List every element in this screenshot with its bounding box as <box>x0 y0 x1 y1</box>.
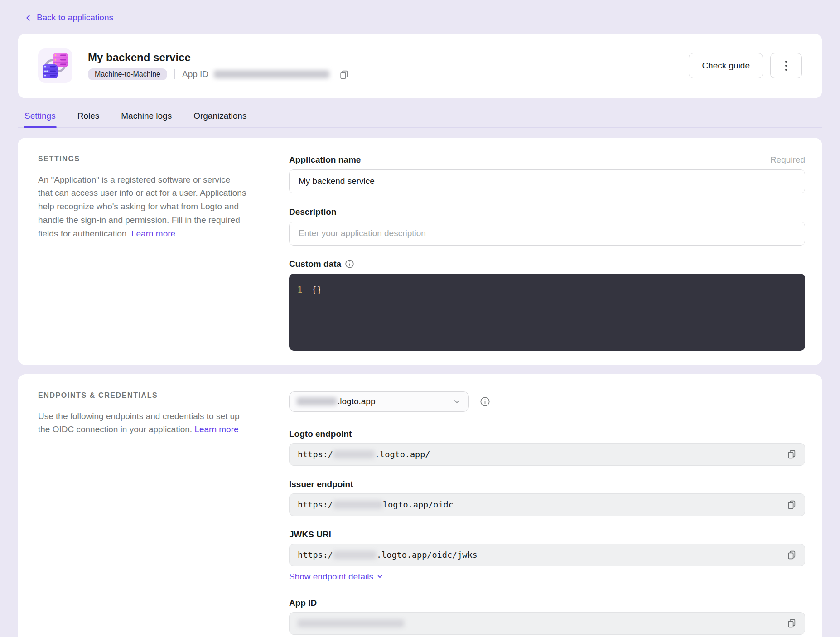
jwks-uri-suffix: .logto.app/oidc/jwks <box>377 550 478 560</box>
issuer-endpoint-suffix: logto.app/oidc <box>383 500 454 509</box>
custom-data-label: Custom data <box>289 259 354 269</box>
domain-redacted-prefix <box>297 397 337 405</box>
issuer-endpoint-redacted <box>333 501 383 509</box>
app-id-redacted-value <box>214 70 329 78</box>
chevron-down-icon <box>377 573 383 580</box>
application-summary: My backend service Machine-to-Machine Ap… <box>88 51 689 80</box>
settings-form: Application name Required Description Cu… <box>289 155 805 351</box>
jwks-uri-label: JWKS URI <box>289 530 331 540</box>
domain-info-icon[interactable] <box>480 396 490 407</box>
settings-section-heading: SETTINGS <box>38 155 246 163</box>
application-details-page: Back to applications <box>0 0 840 637</box>
app-id-block: App ID <box>289 598 805 635</box>
tab-settings[interactable]: Settings <box>24 111 56 121</box>
endpoints-section-heading: ENDPOINTS & CREDENTIALS <box>38 391 246 400</box>
application-tabs: Settings Roles Machine logs Organization… <box>18 111 822 128</box>
app-id-label: App ID <box>182 69 208 79</box>
copy-app-id-field-button[interactable] <box>782 618 797 628</box>
copy-issuer-endpoint-button[interactable] <box>782 500 797 509</box>
logto-endpoint-redacted <box>333 450 375 458</box>
custom-data-code-editor[interactable]: 1 {} <box>289 274 805 351</box>
info-icon[interactable] <box>345 259 354 269</box>
custom-data-field-block: Custom data 1 {} <box>289 259 805 351</box>
description-field-block: Description <box>289 207 805 246</box>
jwks-uri-value-field: https:/ .logto.app/oidc/jwks <box>289 544 805 566</box>
copy-logto-endpoint-button[interactable] <box>782 449 797 459</box>
editor-line-number: 1 <box>297 285 302 294</box>
application-name-input[interactable] <box>289 169 805 193</box>
back-to-applications-link[interactable]: Back to applications <box>24 13 113 23</box>
domain-select[interactable]: .logto.app <box>289 391 469 412</box>
jwks-uri-prefix: https:/ <box>298 550 333 560</box>
tab-roles[interactable]: Roles <box>77 111 100 121</box>
endpoints-section-description: Use the following endpoints and credenti… <box>38 410 246 437</box>
tab-machine-logs[interactable]: Machine logs <box>121 111 172 121</box>
application-meta-row: Machine-to-Machine App ID <box>88 68 689 80</box>
application-header-card: My backend service Machine-to-Machine Ap… <box>18 34 822 98</box>
chevron-left-icon <box>24 14 32 22</box>
jwks-uri-redacted <box>333 551 377 559</box>
more-actions-button[interactable] <box>770 53 802 78</box>
editor-code-content: {} <box>311 285 322 294</box>
domain-select-value: .logto.app <box>338 396 453 406</box>
meta-divider <box>174 69 175 79</box>
endpoints-section-intro: ENDPOINTS & CREDENTIALS Use the followin… <box>38 391 246 637</box>
back-link-label: Back to applications <box>37 13 113 23</box>
kebab-menu-icon <box>785 61 787 71</box>
app-id-value-field <box>289 612 805 635</box>
chevron-down-icon <box>453 397 461 406</box>
settings-section-description: An "Application" is a registered softwar… <box>38 173 246 241</box>
show-endpoint-details-link[interactable]: Show endpoint details <box>289 572 383 582</box>
machine-to-machine-app-icon <box>38 48 72 83</box>
page-title: My backend service <box>88 51 689 64</box>
settings-section-intro: SETTINGS An "Application" is a registere… <box>38 155 246 351</box>
jwks-uri-block: JWKS URI https:/ .logto.app/oidc/jwks <box>289 530 805 566</box>
settings-learn-more-link[interactable]: Learn more <box>131 229 175 238</box>
issuer-endpoint-value-field: https:/ logto.app/oidc <box>289 493 805 516</box>
app-id-field-label: App ID <box>289 598 317 608</box>
domain-select-row: .logto.app <box>289 391 805 412</box>
header-actions: Check guide <box>689 53 802 78</box>
tab-organizations[interactable]: Organizations <box>193 111 246 121</box>
application-name-field-block: Application name Required <box>289 155 805 193</box>
check-guide-button[interactable]: Check guide <box>689 53 763 78</box>
app-id-field-redacted <box>298 619 404 627</box>
application-name-label: Application name <box>289 155 361 165</box>
issuer-endpoint-label: Issuer endpoint <box>289 479 353 489</box>
logto-endpoint-value-field: https:/ .logto.app/ <box>289 443 805 466</box>
description-label: Description <box>289 207 337 217</box>
required-tag: Required <box>770 155 805 165</box>
issuer-endpoint-prefix: https:/ <box>298 500 333 509</box>
logto-endpoint-suffix: .logto.app/ <box>375 449 430 459</box>
description-input[interactable] <box>289 222 805 246</box>
endpoints-section-card: ENDPOINTS & CREDENTIALS Use the followin… <box>18 374 822 637</box>
logto-endpoint-prefix: https:/ <box>298 449 333 459</box>
copy-jwks-uri-button[interactable] <box>782 550 797 560</box>
endpoints-learn-more-link[interactable]: Learn more <box>194 425 238 434</box>
logto-endpoint-label: Logto endpoint <box>289 429 352 439</box>
logto-endpoint-block: Logto endpoint https:/ .logto.app/ <box>289 429 805 466</box>
issuer-endpoint-block: Issuer endpoint https:/ logto.app/oidc <box>289 479 805 516</box>
endpoints-form: .logto.app Logto endpoint https:/ .logto… <box>289 391 805 637</box>
application-type-badge: Machine-to-Machine <box>88 68 167 80</box>
settings-section-card: SETTINGS An "Application" is a registere… <box>18 138 822 365</box>
copy-app-id-button[interactable] <box>334 70 349 79</box>
